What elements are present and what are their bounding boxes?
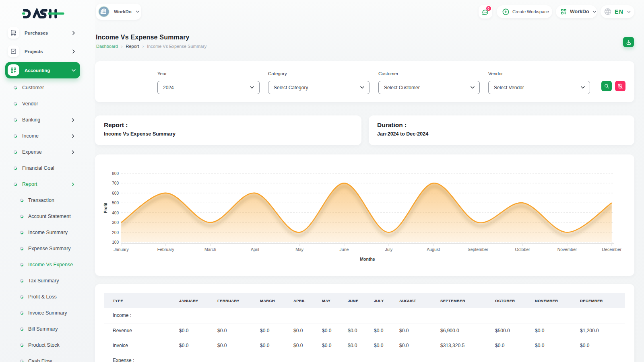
svg-text:400: 400: [112, 211, 119, 215]
svg-text:July: July: [385, 247, 392, 252]
svg-text:December: December: [602, 247, 622, 252]
svg-text:500: 500: [112, 201, 119, 205]
svg-text:April: April: [251, 247, 259, 252]
svg-text:May: May: [295, 247, 304, 252]
svg-text:August: August: [427, 247, 440, 252]
svg-text:June: June: [340, 247, 349, 252]
svg-text:600: 600: [112, 191, 119, 195]
svg-text:January: January: [114, 247, 129, 252]
svg-text:300: 300: [112, 220, 119, 225]
svg-text:March: March: [204, 247, 216, 252]
svg-text:Profit: Profit: [103, 202, 108, 213]
svg-text:October: October: [515, 247, 530, 252]
svg-text:200: 200: [112, 230, 119, 235]
svg-text:800: 800: [112, 171, 119, 176]
svg-text:700: 700: [112, 181, 119, 185]
svg-text:February: February: [157, 247, 175, 252]
svg-text:September: September: [468, 247, 489, 252]
svg-text:November: November: [557, 247, 577, 252]
svg-text:Months: Months: [360, 257, 375, 261]
svg-text:100: 100: [112, 240, 119, 245]
